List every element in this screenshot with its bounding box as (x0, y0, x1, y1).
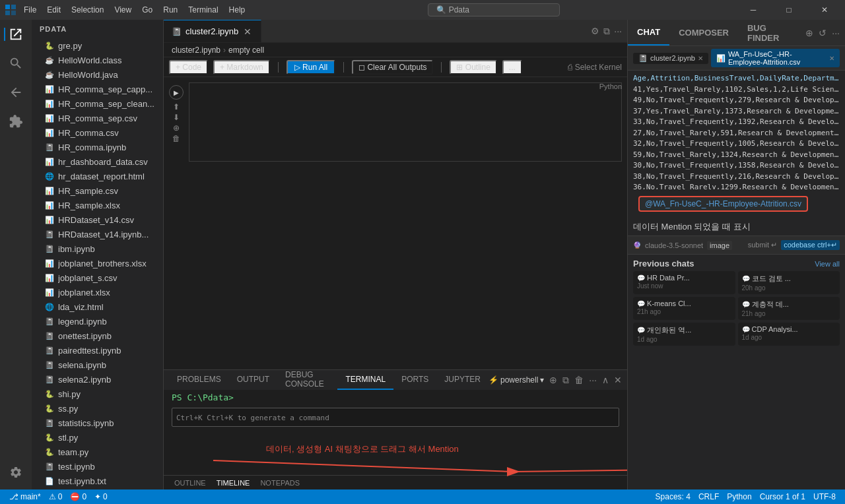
codebase-tag[interactable]: codebase ctrl+↵ (781, 240, 840, 250)
sidebar-file-item[interactable]: ☕HelloWorld.java (32, 67, 163, 82)
sidebar-file-item[interactable]: 🐍shi.py (32, 387, 163, 401)
activity-extensions[interactable] (4, 110, 28, 133)
sidebar-file-item[interactable]: 📊HR_comma_sep_capp... (32, 82, 163, 96)
rp-more-icon[interactable]: ··· (832, 28, 840, 38)
activity-search[interactable] (4, 51, 28, 75)
activity-explorer[interactable] (4, 22, 28, 46)
chevron-up-icon[interactable]: ∧ (602, 375, 609, 385)
outline-button[interactable]: ⊞ Outline (450, 60, 496, 75)
section-notepads[interactable]: NOTEPADS (255, 479, 305, 487)
tab-output[interactable]: OUTPUT (229, 370, 277, 390)
prev-chat-item[interactable]: 💬 계층적 데... 21h ago (738, 297, 840, 320)
sidebar-file-item[interactable]: 📓test.ipynb (32, 459, 163, 474)
menu-run[interactable]: Run (159, 4, 182, 16)
prev-chat-item[interactable]: 💬 코드 검토 ... 20h ago (738, 271, 840, 294)
close-panel-icon[interactable]: ✕ (614, 375, 622, 385)
close-button[interactable]: ✕ (809, 0, 840, 20)
settings-icon[interactable] (4, 460, 28, 484)
search-box[interactable]: 🔍 Pdata (428, 3, 560, 16)
sidebar-file-item[interactable]: 🐍gre.py (32, 38, 163, 53)
view-all-link[interactable]: View all (815, 260, 840, 268)
file-tab-csv-close[interactable]: ✕ (829, 55, 834, 62)
prev-chat-item[interactable]: 💬 HR Data Pr... Just now (633, 271, 735, 294)
status-crlf[interactable]: CRLF (694, 492, 723, 501)
sidebar-file-item[interactable]: 🐍stl.py (32, 430, 163, 445)
menu-selection[interactable]: Selection (67, 4, 108, 16)
settings-icon[interactable]: ⚙ (591, 26, 599, 36)
tab-close-button[interactable]: ✕ (242, 26, 253, 37)
status-utf8[interactable]: UTF-8 (809, 492, 840, 501)
status-warnings[interactable]: ⚠ 0 (45, 492, 67, 501)
menu-file[interactable]: File (20, 4, 40, 16)
sidebar-file-item[interactable]: 📊HRDataset_v14.csv (32, 212, 163, 227)
sidebar-file-item[interactable]: 📊jobplanet_s.csv (32, 270, 163, 285)
status-python[interactable]: Python (723, 492, 755, 501)
tab-debug-console[interactable]: DEBUG CONSOLE (277, 370, 337, 390)
add-code-button[interactable]: + Code (169, 60, 208, 75)
sidebar-file-item[interactable]: 📓ibm.ipynb (32, 241, 163, 256)
section-outline[interactable]: OUTLINE (169, 479, 211, 487)
sidebar-file-item[interactable]: 📊hr_dashboard_data.csv (32, 154, 163, 169)
status-spaces[interactable]: Spaces: 4 (652, 492, 694, 501)
sidebar-file-item[interactable]: 🐍ss.py (32, 401, 163, 416)
sidebar-file-item[interactable]: 📄test.ipynb.txt (32, 474, 163, 488)
more-icon[interactable]: ··· (614, 26, 622, 36)
prev-chat-item[interactable]: 💬 K-means Cl... 21h ago (633, 297, 735, 320)
activity-git[interactable] (4, 80, 28, 104)
rp-tab-chat[interactable]: CHAT (628, 20, 669, 46)
clear-all-button[interactable]: ◻ Clear All Outputs (352, 60, 433, 75)
cell-input[interactable] (189, 82, 622, 162)
status-errors[interactable]: ⛔ 0 (66, 492, 90, 501)
activity-settings[interactable] (4, 460, 28, 484)
kernel-select[interactable]: ⎙ Select Kernel (568, 63, 622, 72)
split-icon[interactable]: ⧉ (603, 26, 610, 37)
shell-selector[interactable]: ⚡ powershell ▾ (489, 375, 544, 385)
maximize-button[interactable]: □ (774, 0, 804, 20)
cell-btn-4[interactable]: 🗑 (172, 134, 180, 143)
cell-btn-2[interactable]: ⬇ (172, 113, 180, 122)
sidebar-file-item[interactable]: 📊HR_comma.csv (32, 125, 163, 140)
terminal-content[interactable]: PS C:\Pdata> Ctrl+K Ctrl+K to generate a… (164, 390, 627, 475)
file-tab-cluster2[interactable]: 📓 cluster2.ipynb ✕ (633, 53, 708, 64)
more-button[interactable]: ... (502, 60, 522, 75)
cell-btn-3[interactable]: ⊕ (172, 123, 180, 133)
tab-ports[interactable]: PORTS (393, 370, 436, 390)
sidebar-file-item[interactable]: 📓onettest.ipynb (32, 329, 163, 343)
tab-jupyter[interactable]: JUPYTER (436, 370, 489, 390)
menu-view[interactable]: View (110, 4, 135, 16)
cell-btn-1[interactable]: ⬆ (172, 102, 180, 111)
rp-tab-composer[interactable]: COMPOSER (669, 20, 738, 46)
sidebar-file-item[interactable]: 📊HR_sample.xlsx (32, 198, 163, 212)
sidebar-file-item[interactable]: 📊jobplanet_brothers.xlsx (32, 256, 163, 270)
add-terminal-icon[interactable]: ⊕ (549, 375, 557, 385)
status-branch[interactable]: ⎇ main* (5, 492, 45, 501)
submit-button[interactable]: submit ↵ (748, 241, 777, 249)
menu-help[interactable]: Help (225, 4, 250, 16)
sidebar-file-item[interactable]: 📊HR_comma_sep_clean... (32, 96, 163, 111)
sidebar-file-item[interactable]: 📓HRDataset_v14.ipynb... (32, 227, 163, 241)
run-cell-button[interactable]: ▶ (169, 85, 184, 100)
rp-history-icon[interactable]: ↺ (819, 28, 827, 38)
sidebar-file-item[interactable]: 📊HR_sample.csv (32, 183, 163, 198)
prev-chat-item[interactable]: 💬 개인화된 역... 1d ago (633, 323, 735, 346)
add-markdown-button[interactable]: + Markdown (213, 60, 270, 75)
menu-go[interactable]: Go (138, 4, 156, 16)
status-cursor[interactable]: Cursor 1 of 1 (756, 492, 809, 501)
sidebar-file-item[interactable]: 📓selena.ipynb (32, 358, 163, 372)
sidebar-file-item[interactable]: 🌐hr_dataset_report.html (32, 169, 163, 183)
sidebar-file-item[interactable]: ☕HelloWorld.class (32, 53, 163, 67)
tab-problems[interactable]: PROBLEMS (169, 370, 229, 390)
sidebar-file-item[interactable]: 🌐lda_viz.html (32, 299, 163, 314)
sidebar-file-item[interactable]: 📓legend.ipynb (32, 314, 163, 329)
sidebar-file-item[interactable]: 🐍team.py (32, 445, 163, 459)
more-terminal-icon[interactable]: ··· (589, 375, 597, 385)
run-all-button[interactable]: ▷ Run All (287, 60, 335, 75)
menu-terminal[interactable]: Terminal (184, 4, 222, 16)
file-tab-wa[interactable]: 📊 WA_Fn-UseC_-HR-Employee-Attrition.csv … (711, 49, 840, 67)
sidebar-file-item[interactable]: 📊HR_comma_sep.csv (32, 111, 163, 125)
menu-edit[interactable]: Edit (43, 4, 65, 16)
sidebar-file-item[interactable]: 📓pairedttest.ipynb (32, 343, 163, 358)
sidebar-file-item[interactable]: 📓HR_comma.ipynb (32, 140, 163, 154)
sidebar-file-item[interactable]: 📓statistics.ipynb (32, 416, 163, 430)
rp-add-icon[interactable]: ⊕ (805, 28, 813, 38)
